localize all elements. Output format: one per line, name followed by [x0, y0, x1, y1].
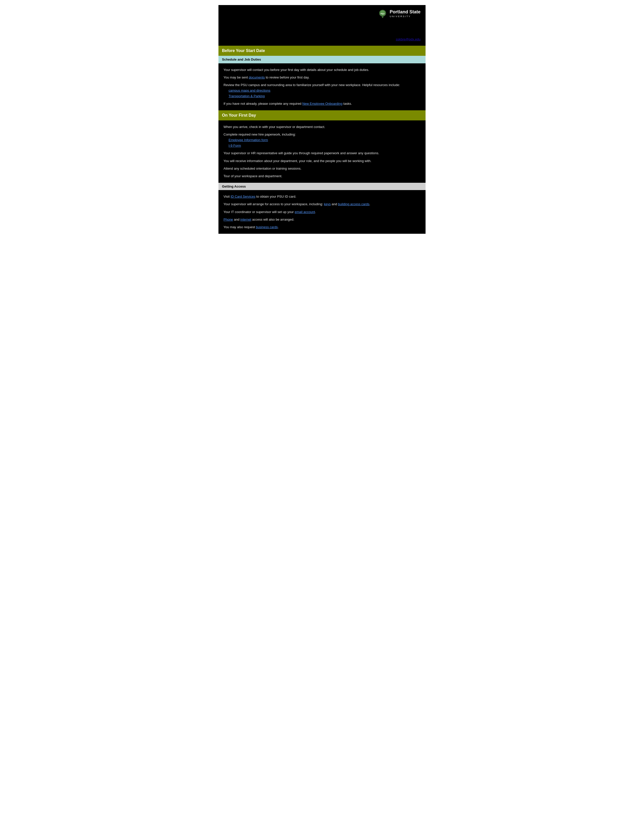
before-start-line-3: Review the PSU campus and surrounding ar…: [224, 82, 420, 88]
transportation-link[interactable]: Transportation & Parking: [229, 94, 265, 98]
transportation-item: Transportation & Parking: [229, 93, 420, 99]
before-start-header: Before Your Start Date: [219, 46, 425, 56]
header: PSU Portland State UNIVERSITY sskbre@pdx…: [219, 5, 425, 46]
getting-access-line-5: You may also request business cards.: [224, 224, 420, 230]
logo: PSU Portland State UNIVERSITY: [378, 9, 420, 19]
getting-access-line-3: Your IT coordinator or supervisor will s…: [224, 209, 420, 215]
psu-logo-icon: PSU: [378, 9, 388, 19]
getting-access-line-4: Phone and internet access will also be a…: [224, 217, 420, 222]
employee-info-link[interactable]: Employee Information form: [229, 138, 268, 142]
id-card-link[interactable]: ID Card Services: [230, 195, 255, 198]
i9-link[interactable]: I-9 Form: [229, 144, 241, 148]
getting-access-line-2: Your supervisor will arrange for access …: [224, 201, 420, 207]
logo-name: Portland State: [390, 9, 420, 15]
header-email-area: sskbre@pdx.edu: [224, 35, 420, 43]
internet-link[interactable]: internet: [240, 217, 251, 221]
email-link-access[interactable]: email account: [295, 210, 315, 214]
onboarding-link[interactable]: New Employee Onboarding: [302, 102, 343, 106]
before-start-content: Your supervisor will contact you before …: [219, 63, 425, 111]
logo-subtitle: UNIVERSITY: [390, 15, 420, 18]
first-day-line-6: Tour of your workspace and department.: [224, 174, 420, 179]
getting-access-line-1: Visit ID Card Services to obtain your PS…: [224, 194, 420, 199]
before-start-line-4: If you have not already, please complete…: [224, 101, 420, 106]
first-day-header: On Your First Day: [219, 110, 425, 121]
first-day-line-2: Complete required new hire paperwork, in…: [224, 132, 420, 137]
first-day-line-5: Attend any scheduled orientation or trai…: [224, 166, 420, 171]
before-start-line-1: Your supervisor will contact you before …: [224, 67, 420, 73]
campus-maps-link[interactable]: campus maps and directions: [229, 88, 270, 92]
schedule-job-duties-header: Schedule and Job Duties: [219, 56, 425, 63]
before-start-line-2: You may be sent documents to review befo…: [224, 75, 420, 80]
building-access-link[interactable]: building access cards: [338, 202, 369, 206]
first-day-line-1: When you arrive, check in with your supe…: [224, 124, 420, 130]
documents-link[interactable]: documents: [249, 76, 265, 79]
email-link[interactable]: sskbre@pdx.edu: [396, 37, 420, 41]
campus-maps-item: campus maps and directions: [229, 88, 420, 93]
keys-link[interactable]: keys: [324, 202, 331, 206]
getting-access-header: Getting Access: [219, 183, 425, 190]
first-day-line-3: Your supervisor or HR representative wil…: [224, 150, 420, 156]
logo-text-block: Portland State UNIVERSITY: [390, 9, 420, 18]
first-day-line-4: You will receive information about your …: [224, 158, 420, 164]
i9-item: I-9 Form: [229, 143, 420, 148]
svg-text:PSU: PSU: [381, 13, 385, 15]
getting-access-content: Visit ID Card Services to obtain your PS…: [219, 190, 425, 233]
employee-info-item: Employee Information form: [229, 137, 420, 143]
business-cards-link[interactable]: business cards: [256, 225, 278, 229]
first-day-content: When you arrive, check in with your supe…: [219, 121, 425, 183]
page: PSU Portland State UNIVERSITY sskbre@pdx…: [208, 0, 436, 244]
phone-link[interactable]: Phone: [224, 217, 233, 221]
